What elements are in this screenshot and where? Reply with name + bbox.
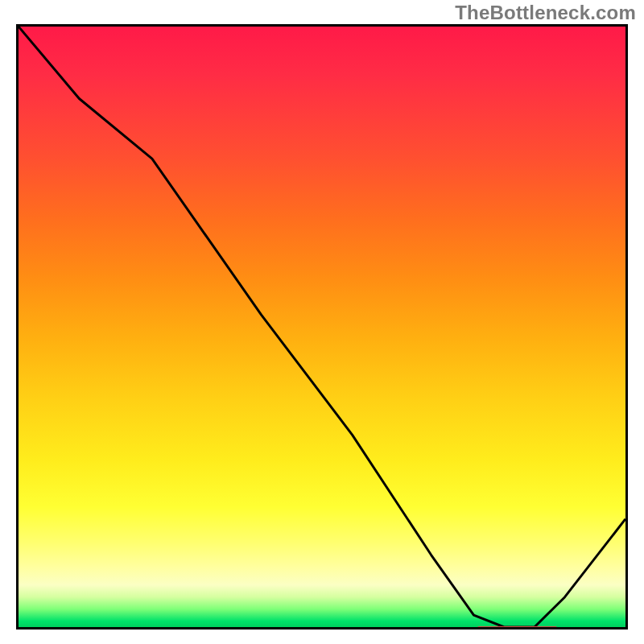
chart-container: TheBottleneck.com bbox=[0, 0, 644, 644]
watermark-label: TheBottleneck.com bbox=[455, 2, 636, 24]
curve-path bbox=[19, 27, 625, 627]
minimum-indicator bbox=[477, 626, 557, 630]
plot-area bbox=[16, 24, 628, 630]
bottleneck-curve bbox=[19, 27, 625, 627]
